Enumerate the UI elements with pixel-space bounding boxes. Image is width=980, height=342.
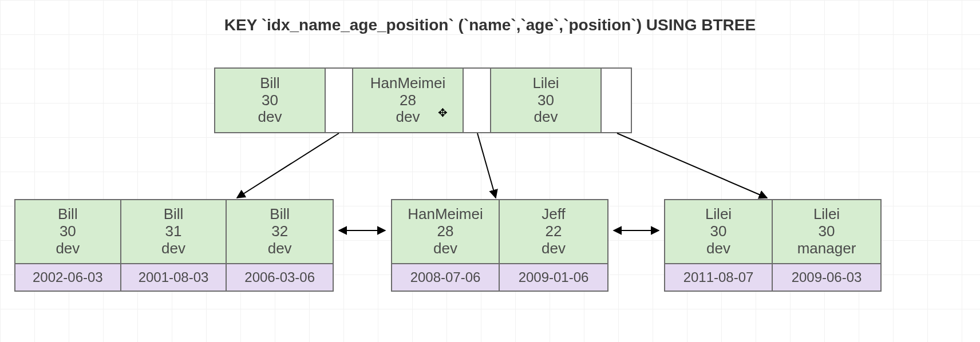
leaf-key-position: dev xyxy=(433,240,457,257)
leaf-key: Bill 31 dev xyxy=(121,200,227,263)
arrow-root-to-leaf-2 xyxy=(617,133,767,198)
leaf-key-position: dev xyxy=(268,240,292,257)
leaf-key: Bill 30 dev xyxy=(15,200,121,263)
root-key-name: Bill xyxy=(260,75,280,92)
leaf-key-position: manager xyxy=(797,240,856,257)
root-key-age: 30 xyxy=(538,92,554,109)
root-key-2: Lilei 30 dev xyxy=(491,69,602,132)
root-key-position: dev xyxy=(258,109,282,126)
leaf-key-name: Jeff xyxy=(542,206,565,223)
leaf-key-name: Lilei xyxy=(813,206,840,223)
btree-root-node: Bill 30 dev HanMeimei 28 dev Lilei 30 de… xyxy=(214,67,632,133)
root-key-age: 28 xyxy=(400,92,416,109)
leaf-key-name: Bill xyxy=(270,206,290,223)
leaf-key: Bill 32 dev xyxy=(227,200,333,263)
root-key-age: 30 xyxy=(262,92,278,109)
root-pointer-2 xyxy=(602,69,629,132)
leaf-key: Jeff 22 dev xyxy=(500,200,607,263)
leaf-key-name: Bill xyxy=(58,206,78,223)
root-key-position: dev xyxy=(534,109,558,126)
leaf-data: 2009-06-03 xyxy=(773,264,880,291)
leaf-data: 2002-06-03 xyxy=(15,264,121,291)
root-pointer-1 xyxy=(464,69,491,132)
leaf-data: 2011-08-07 xyxy=(665,264,773,291)
leaf-key: Lilei 30 dev xyxy=(665,200,773,263)
btree-leaf-node-1: HanMeimei 28 dev Jeff 22 dev 2008-07-06 … xyxy=(391,199,608,292)
leaf-key: HanMeimei 28 dev xyxy=(392,200,500,263)
arrow-root-to-leaf-0 xyxy=(237,133,339,198)
leaf-key-age: 30 xyxy=(819,223,835,240)
leaf-key-age: 28 xyxy=(437,223,454,240)
root-key-name: Lilei xyxy=(532,75,559,92)
root-key-position: dev xyxy=(396,109,420,126)
leaf-key-age: 22 xyxy=(546,223,562,240)
leaf-key-position: dev xyxy=(161,240,185,257)
leaf-key-name: Lilei xyxy=(705,206,732,223)
root-key-0: Bill 30 dev xyxy=(215,69,326,132)
btree-leaf-node-0: Bill 30 dev Bill 31 dev Bill 32 dev 2002… xyxy=(14,199,334,292)
leaf-key-position: dev xyxy=(542,240,566,257)
leaf-key-age: 30 xyxy=(710,223,727,240)
root-key-name: HanMeimei xyxy=(370,75,446,92)
leaf-key: Lilei 30 manager xyxy=(773,200,880,263)
btree-leaf-node-2: Lilei 30 dev Lilei 30 manager 2011-08-07… xyxy=(664,199,882,292)
leaf-key-age: 32 xyxy=(271,223,288,240)
root-key-1: HanMeimei 28 dev xyxy=(353,69,464,132)
diagram-title: KEY `idx_name_age_position` (`name`,`age… xyxy=(0,16,980,34)
root-pointer-0 xyxy=(326,69,353,132)
arrow-root-to-leaf-1 xyxy=(477,133,496,198)
leaf-data: 2009-01-06 xyxy=(500,264,607,291)
leaf-key-name: Bill xyxy=(164,206,184,223)
leaf-key-age: 30 xyxy=(60,223,76,240)
leaf-key-position: dev xyxy=(56,240,80,257)
leaf-data: 2006-03-06 xyxy=(227,264,333,291)
leaf-key-position: dev xyxy=(706,240,730,257)
leaf-data: 2008-07-06 xyxy=(392,264,500,291)
leaf-key-name: HanMeimei xyxy=(408,206,483,223)
leaf-key-age: 31 xyxy=(165,223,182,240)
leaf-data: 2001-08-03 xyxy=(121,264,227,291)
